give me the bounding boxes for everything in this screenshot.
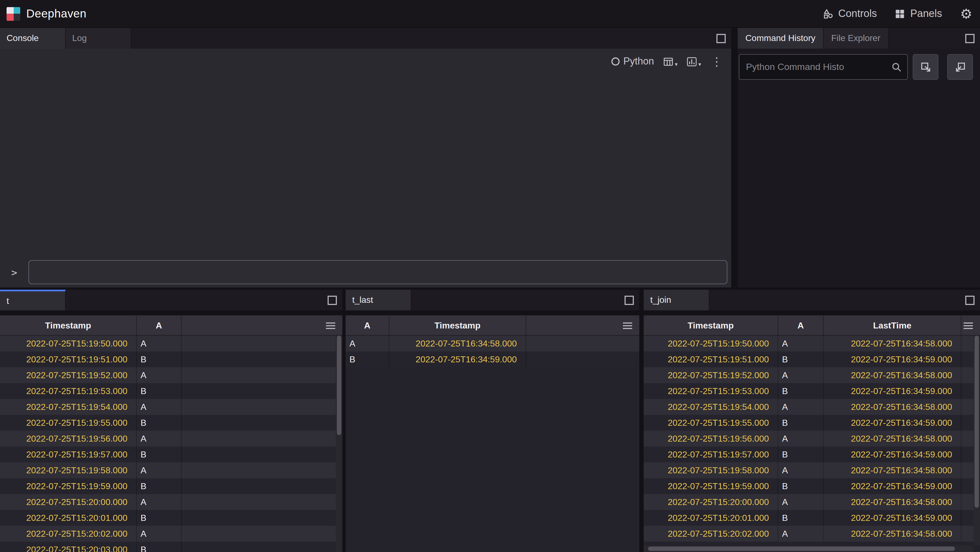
- row-filler: [181, 447, 336, 462]
- table-cell: 2022-07-25T15:19:53.000: [0, 383, 137, 399]
- table-cell: 2022-07-25T16:34:59.000: [824, 351, 961, 367]
- table-row[interactable]: 2022-07-25T15:20:01.000B2022-07-25T16:34…: [644, 510, 974, 526]
- column-header-timestamp[interactable]: Timestamp: [390, 316, 526, 336]
- table-cell: A: [137, 431, 181, 447]
- console-toolbar: Python ▾: [611, 56, 724, 67]
- open-table-dropdown-button[interactable]: ▾: [663, 56, 678, 67]
- tab-command-history[interactable]: Command History: [738, 28, 824, 49]
- history-search-input[interactable]: [739, 54, 908, 80]
- table-cell: 2022-07-25T15:20:00.000: [0, 494, 137, 510]
- row-filler: [961, 367, 974, 383]
- table-cell: B: [137, 478, 181, 494]
- column-header-a[interactable]: A: [137, 316, 181, 336]
- table-cell: 2022-07-25T15:19:59.000: [0, 478, 137, 494]
- column-header-timestamp[interactable]: Timestamp: [0, 316, 137, 336]
- table-cell: 2022-07-25T15:20:02.000: [0, 526, 137, 542]
- row-filler: [961, 336, 974, 351]
- column-header-lasttime[interactable]: LastTime: [824, 316, 961, 336]
- open-chart-dropdown-button[interactable]: ▾: [686, 56, 701, 67]
- table-cell: 2022-07-25T15:20:03.000: [0, 542, 137, 552]
- maximize-panel-icon[interactable]: [716, 33, 726, 43]
- maximize-panel-icon[interactable]: [625, 295, 634, 305]
- table-row[interactable]: 2022-07-25T15:19:55.000B: [0, 415, 336, 431]
- table-cell: 2022-07-25T16:34:58.000: [824, 367, 961, 383]
- table-cell: 2022-07-25T15:19:51.000: [644, 351, 778, 367]
- table-menu-icon[interactable]: [963, 322, 974, 329]
- vertical-scrollbar[interactable]: [336, 336, 342, 552]
- vertical-scrollbar-thumb[interactable]: [337, 336, 341, 435]
- table-row[interactable]: 2022-07-25T15:19:56.000A: [0, 431, 336, 447]
- table-row[interactable]: 2022-07-25T15:19:54.000A2022-07-25T16:34…: [644, 399, 974, 415]
- table-row[interactable]: 2022-07-25T15:19:57.000B2022-07-25T16:34…: [644, 447, 974, 462]
- language-selector[interactable]: Python: [611, 56, 654, 67]
- table-row[interactable]: 2022-07-25T15:19:55.000B2022-07-25T16:34…: [644, 415, 974, 431]
- console-overflow-menu-icon[interactable]: ⋮: [710, 56, 724, 67]
- tab-t-last[interactable]: t_last: [345, 290, 411, 311]
- table-row[interactable]: 2022-07-25T15:19:56.000A2022-07-25T16:34…: [644, 431, 974, 447]
- console-input[interactable]: [29, 260, 727, 284]
- table-row[interactable]: 2022-07-25T15:20:02.000A2022-07-25T16:34…: [644, 526, 974, 542]
- table-cell: 2022-07-25T16:34:59.000: [824, 447, 961, 462]
- send-to-notebook-icon: [954, 61, 966, 73]
- table-row[interactable]: A2022-07-25T16:34:58.000: [345, 336, 639, 351]
- tab-t-join[interactable]: t_join: [644, 290, 709, 311]
- settings-gear-icon[interactable]: ⚙: [960, 7, 972, 21]
- grid-body[interactable]: 2022-07-25T15:19:50.000A2022-07-25T15:19…: [0, 336, 336, 552]
- table-row[interactable]: 2022-07-25T15:19:57.000B: [0, 447, 336, 462]
- tab-t[interactable]: t: [0, 290, 65, 311]
- column-header-a[interactable]: A: [778, 316, 824, 336]
- grid-body[interactable]: 2022-07-25T15:19:50.000A2022-07-25T16:34…: [644, 336, 974, 546]
- table-menu-icon[interactable]: [325, 322, 336, 329]
- table-row[interactable]: 2022-07-25T15:19:54.000A: [0, 399, 336, 415]
- table-row[interactable]: 2022-07-25T15:19:50.000A2022-07-25T16:34…: [644, 336, 974, 351]
- table-row[interactable]: 2022-07-25T15:19:52.000A: [0, 367, 336, 383]
- maximize-panel-icon[interactable]: [328, 295, 337, 305]
- row-filler: [961, 351, 974, 367]
- horizontal-scrollbar-thumb[interactable]: [648, 547, 955, 551]
- controls-menu-button[interactable]: Controls: [822, 8, 877, 20]
- row-filler: [961, 494, 974, 510]
- table-row[interactable]: 2022-07-25T15:20:03.000B: [0, 542, 336, 552]
- panels-menu-button[interactable]: Panels: [895, 8, 942, 20]
- table-row[interactable]: 2022-07-25T15:19:58.000A: [0, 462, 336, 478]
- console-output-area[interactable]: Python ▾: [0, 49, 731, 287]
- history-body: [738, 49, 980, 287]
- horizontal-scrollbar[interactable]: [644, 546, 974, 552]
- vertical-scrollbar[interactable]: [974, 336, 980, 546]
- table-row[interactable]: 2022-07-25T15:19:50.000A: [0, 336, 336, 351]
- table-row[interactable]: 2022-07-25T15:19:58.000A2022-07-25T16:34…: [644, 462, 974, 478]
- table-row[interactable]: 2022-07-25T15:20:00.000A: [0, 494, 336, 510]
- grid-header-row: A Timestamp: [345, 316, 639, 336]
- table-row[interactable]: 2022-07-25T15:19:52.000A2022-07-25T16:34…: [644, 367, 974, 383]
- column-header-timestamp[interactable]: Timestamp: [644, 316, 778, 336]
- table-row[interactable]: 2022-07-25T15:20:02.000A: [0, 526, 336, 542]
- tab-console[interactable]: Console: [0, 28, 65, 49]
- send-to-console-button[interactable]: [913, 54, 939, 80]
- table-row[interactable]: 2022-07-25T15:19:53.000B: [0, 383, 336, 399]
- table-cell: 2022-07-25T16:34:58.000: [390, 336, 526, 351]
- tab-file-explorer[interactable]: File Explorer: [824, 28, 889, 49]
- table-cell: 2022-07-25T16:34:58.000: [824, 462, 961, 478]
- table-row[interactable]: 2022-07-25T15:20:00.000A2022-07-25T16:34…: [644, 494, 974, 510]
- command-history-list[interactable]: [738, 87, 980, 287]
- maximize-panel-icon[interactable]: [965, 295, 975, 305]
- table-row[interactable]: 2022-07-25T15:19:59.000B2022-07-25T16:34…: [644, 478, 974, 494]
- send-to-notebook-button[interactable]: [947, 54, 973, 80]
- table-row[interactable]: 2022-07-25T15:20:01.000B: [0, 510, 336, 526]
- vertical-scrollbar-thumb[interactable]: [975, 336, 979, 508]
- table-row[interactable]: 2022-07-25T15:19:59.000B: [0, 478, 336, 494]
- grid-body[interactable]: A2022-07-25T16:34:58.000B2022-07-25T16:3…: [345, 336, 639, 552]
- table-row[interactable]: 2022-07-25T15:19:51.000B2022-07-25T16:34…: [644, 351, 974, 367]
- table-row[interactable]: 2022-07-25T15:19:53.000B2022-07-25T16:34…: [644, 383, 974, 399]
- row-filler: [526, 336, 639, 351]
- table-row[interactable]: 2022-07-25T15:19:51.000B: [0, 351, 336, 367]
- table-row[interactable]: B2022-07-25T16:34:59.000: [345, 351, 639, 367]
- column-header-a[interactable]: A: [345, 316, 390, 336]
- tab-log[interactable]: Log: [65, 28, 131, 49]
- table-menu-icon[interactable]: [622, 322, 633, 329]
- table-cell: B: [778, 383, 824, 399]
- table-cell: 2022-07-25T15:19:59.000: [644, 478, 778, 494]
- row-filler: [961, 478, 974, 494]
- table-cell: B: [778, 478, 824, 494]
- maximize-panel-icon[interactable]: [965, 33, 975, 43]
